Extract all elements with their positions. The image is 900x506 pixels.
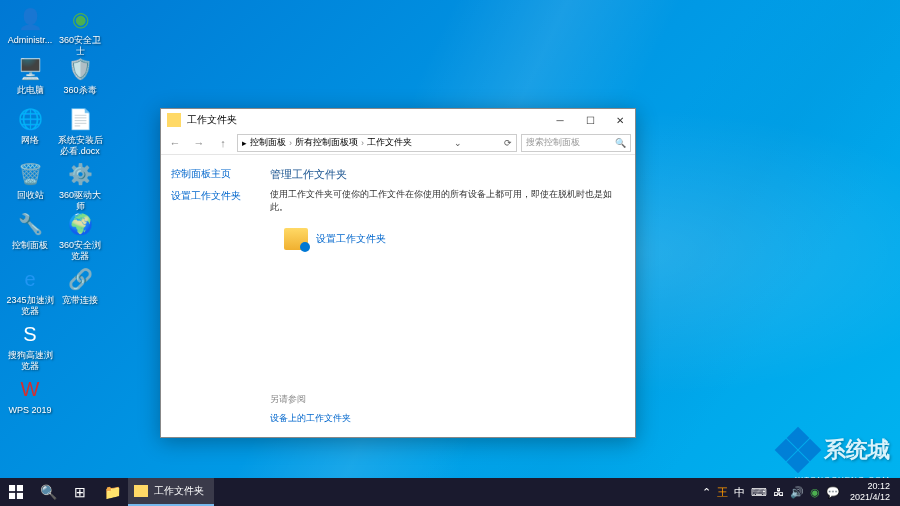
search-placeholder: 搜索控制面板 <box>526 136 580 149</box>
desktop-icon-2345[interactable]: e2345加速浏览器 <box>5 265 55 317</box>
tray-keyboard-icon[interactable]: ⌨ <box>751 486 767 499</box>
close-button[interactable]: ✕ <box>605 109 635 131</box>
chevron-icon: › <box>361 138 364 148</box>
desktop-icon-docx[interactable]: 📄系统安装后必看.docx <box>55 105 105 157</box>
explorer-button[interactable]: 📁 <box>96 478 128 506</box>
forward-button[interactable]: → <box>189 134 209 152</box>
desktop-icon-thispc[interactable]: 🖥️此电脑 <box>5 55 55 96</box>
chevron-icon: › <box>289 138 292 148</box>
search-button[interactable]: 🔍 <box>32 478 64 506</box>
breadcrumb-2[interactable]: 所有控制面板项 <box>295 136 358 149</box>
taskbar-active-window[interactable]: 工作文件夹 <box>128 478 214 506</box>
desktop-icon-360safe[interactable]: ◉360安全卫士 <box>55 5 105 57</box>
svg-rect-3 <box>17 493 23 499</box>
sidebar: 控制面板主页 设置工作文件夹 <box>161 155 256 437</box>
tray-ime-icon[interactable]: 王 <box>717 485 728 500</box>
see-also: 另请参阅 设备上的工作文件夹 <box>270 393 621 425</box>
svg-rect-0 <box>9 485 15 491</box>
svg-rect-2 <box>9 493 15 499</box>
main-panel: 管理工作文件夹 使用工作文件夹可使你的工作文件在你使用的所有设备上都可用，即使在… <box>256 155 635 437</box>
folder-icon <box>167 113 181 127</box>
window-title: 工作文件夹 <box>187 113 545 127</box>
search-icon: 🔍 <box>615 138 626 148</box>
see-also-title: 另请参阅 <box>270 393 621 406</box>
tray-volume-icon[interactable]: 🔊 <box>790 486 804 499</box>
page-description: 使用工作文件夹可使你的工作文件在你使用的所有设备上都可用，即使在脱机时也是如此。 <box>270 188 621 214</box>
search-input[interactable]: 搜索控制面板 🔍 <box>521 134 631 152</box>
desktop-icon-360browser[interactable]: 🌍360安全浏览器 <box>55 210 105 262</box>
sidebar-link-setup[interactable]: 设置工作文件夹 <box>171 189 246 203</box>
tray-notify-icon[interactable]: 💬 <box>826 486 840 499</box>
desktop-icon-admin[interactable]: 👤Administr... <box>5 5 55 46</box>
watermark-logo <box>778 430 818 470</box>
desktop-icon-control[interactable]: 🔧控制面板 <box>5 210 55 251</box>
windows-icon <box>9 485 23 499</box>
breadcrumb-3[interactable]: 工作文件夹 <box>367 136 412 149</box>
control-panel-window: 工作文件夹 ─ ☐ ✕ ← → ↑ ▸ 控制面板 › 所有控制面板项 › 工作文… <box>160 108 636 438</box>
svg-rect-1 <box>17 485 23 491</box>
clock-time: 20:12 <box>850 481 890 492</box>
tray-360-icon[interactable]: ◉ <box>810 486 820 499</box>
address-box[interactable]: ▸ 控制面板 › 所有控制面板项 › 工作文件夹 ⌄ ⟳ <box>237 134 517 152</box>
breadcrumb-icon: ▸ <box>242 138 247 148</box>
taskview-button[interactable]: ⊞ <box>64 478 96 506</box>
desktop-icon-recycle[interactable]: 🗑️回收站 <box>5 160 55 201</box>
titlebar[interactable]: 工作文件夹 ─ ☐ ✕ <box>161 109 635 131</box>
setup-action[interactable]: 设置工作文件夹 <box>284 228 621 250</box>
task-label: 工作文件夹 <box>154 484 204 498</box>
window-content: 控制面板主页 设置工作文件夹 管理工作文件夹 使用工作文件夹可使你的工作文件在你… <box>161 155 635 437</box>
maximize-button[interactable]: ☐ <box>575 109 605 131</box>
desktop-icon-360drv[interactable]: ⚙️360驱动大师 <box>55 160 105 212</box>
start-button[interactable] <box>0 478 32 506</box>
folder-icon <box>134 485 148 497</box>
clock[interactable]: 20:12 2021/4/12 <box>846 481 894 503</box>
tray-network-icon[interactable]: 🖧 <box>773 486 784 498</box>
tray-up-icon[interactable]: ⌃ <box>702 486 711 499</box>
watermark-text: 系统城 <box>824 435 890 465</box>
desktop-icon-360av[interactable]: 🛡️360杀毒 <box>55 55 105 96</box>
taskbar: 🔍 ⊞ 📁 工作文件夹 ⌃ 王 中 ⌨ 🖧 🔊 ◉ 💬 20:12 2021/4… <box>0 478 900 506</box>
up-button[interactable]: ↑ <box>213 134 233 152</box>
sidebar-link-home[interactable]: 控制面板主页 <box>171 167 246 181</box>
work-folder-icon <box>284 228 308 250</box>
clock-date: 2021/4/12 <box>850 492 890 503</box>
address-bar: ← → ↑ ▸ 控制面板 › 所有控制面板项 › 工作文件夹 ⌄ ⟳ 搜索控制面… <box>161 131 635 155</box>
desktop-icon-sogou[interactable]: S搜狗高速浏览器 <box>5 320 55 372</box>
setup-link[interactable]: 设置工作文件夹 <box>316 232 386 246</box>
system-tray: ⌃ 王 中 ⌨ 🖧 🔊 ◉ 💬 20:12 2021/4/12 <box>702 481 900 503</box>
desktop-icon-wps[interactable]: WWPS 2019 <box>5 375 55 416</box>
dropdown-icon[interactable]: ⌄ <box>454 138 462 148</box>
refresh-icon[interactable]: ⟳ <box>504 138 512 148</box>
page-heading: 管理工作文件夹 <box>270 167 621 182</box>
tray-ime2-icon[interactable]: 中 <box>734 485 745 500</box>
see-also-link[interactable]: 设备上的工作文件夹 <box>270 412 621 425</box>
minimize-button[interactable]: ─ <box>545 109 575 131</box>
back-button[interactable]: ← <box>165 134 185 152</box>
breadcrumb-1[interactable]: 控制面板 <box>250 136 286 149</box>
desktop-icon-kdp[interactable]: 🔗宽带连接 <box>55 265 105 306</box>
watermark: 系统城 XITONGCHENG.COM <box>778 430 890 470</box>
desktop-icon-network[interactable]: 🌐网络 <box>5 105 55 146</box>
